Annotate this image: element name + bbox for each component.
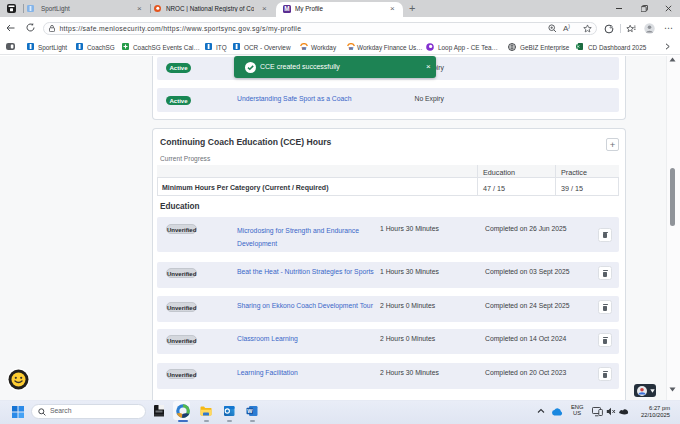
- svg-text:M: M: [284, 5, 289, 12]
- svg-text:w: w: [348, 44, 354, 50]
- svg-text:w: w: [301, 44, 307, 50]
